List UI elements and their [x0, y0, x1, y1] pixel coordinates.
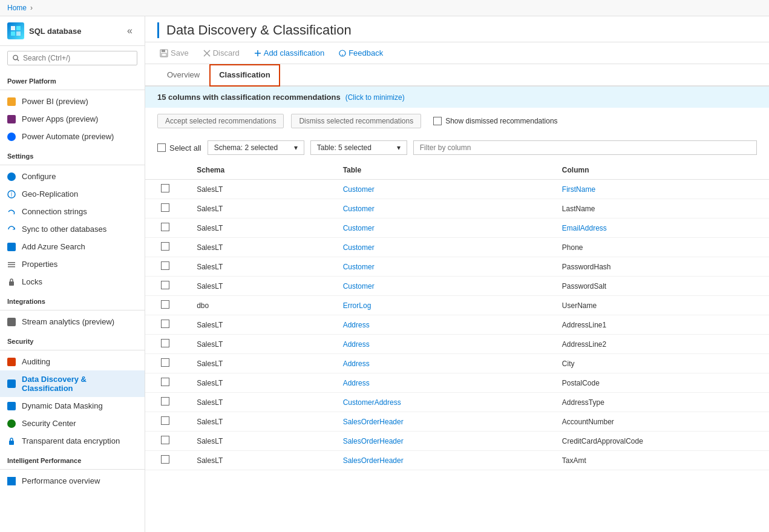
- cell-table[interactable]: Customer: [331, 180, 550, 199]
- sidebar-item-perf[interactable]: Performance overview: [0, 472, 145, 490]
- row-checkbox[interactable]: [161, 261, 169, 270]
- cell-table[interactable]: CustomerAddress: [331, 393, 550, 412]
- locks-icon: [7, 278, 16, 286]
- table-header-checkbox: [145, 161, 185, 180]
- cell-column: CreditCardApprovalCode: [550, 432, 769, 451]
- svg-rect-14: [162, 53, 166, 56]
- table-row: SalesLTCustomerEmailAddress: [145, 218, 769, 238]
- automate-icon: [7, 133, 16, 141]
- svg-rect-2: [11, 31, 15, 36]
- sidebar-label-geo: Geo-Replication: [22, 189, 78, 199]
- cell-schema: SalesLT: [185, 335, 330, 354]
- cell-column: PostalCode: [550, 373, 769, 393]
- sidebar-item-connection[interactable]: Connection strings: [0, 203, 145, 220]
- sidebar-item-configure[interactable]: Configure: [0, 168, 145, 185]
- sidebar-item-locks[interactable]: Locks: [0, 273, 145, 291]
- discovery-icon: [7, 379, 16, 388]
- minimize-link[interactable]: (Click to minimize): [345, 93, 405, 102]
- cell-table[interactable]: ErrorLog: [331, 296, 550, 315]
- sidebar-label-powerbi: Power BI (preview): [22, 97, 88, 106]
- cell-table[interactable]: SalesOrderHeader: [331, 432, 550, 451]
- column-filter-input[interactable]: [413, 140, 757, 155]
- sidebar-label-encryption: Transparent data encryption: [22, 436, 120, 445]
- row-checkbox[interactable]: [161, 358, 169, 367]
- sidebar-item-properties[interactable]: Properties: [0, 255, 145, 273]
- cell-table[interactable]: Customer: [331, 238, 550, 257]
- row-checkbox[interactable]: [161, 378, 169, 386]
- dismiss-recommendations-button[interactable]: Dismiss selected recommendations: [291, 114, 421, 128]
- cell-column: AddressLine2: [550, 335, 769, 354]
- tab-overview[interactable]: Overview: [157, 64, 209, 87]
- row-checkbox[interactable]: [161, 242, 169, 251]
- sidebar-item-powerbi[interactable]: Power BI (preview): [0, 93, 145, 110]
- sidebar-label-powerapps: Power Apps (preview): [22, 114, 98, 123]
- sidebar-collapse-button[interactable]: «: [122, 23, 137, 39]
- sidebar-item-azure[interactable]: Add Azure Search: [0, 238, 145, 255]
- row-checkbox[interactable]: [161, 320, 169, 328]
- sidebar-item-powerapps[interactable]: Power Apps (preview): [0, 110, 145, 128]
- cell-table[interactable]: Customer: [331, 199, 550, 218]
- tab-classification[interactable]: Classification: [209, 64, 280, 87]
- sidebar-item-automate[interactable]: Power Automate (preview): [0, 128, 145, 145]
- row-checkbox[interactable]: [161, 184, 169, 192]
- cell-table[interactable]: Customer: [331, 218, 550, 238]
- cell-table[interactable]: Customer: [331, 277, 550, 296]
- schema-chevron-icon: ▾: [294, 143, 298, 152]
- accept-recommendations-button[interactable]: Accept selected recommendations: [157, 114, 284, 128]
- table-filter-dropdown[interactable]: Table: 5 selected ▾: [310, 140, 407, 155]
- sidebar-item-stream[interactable]: Stream analytics (preview): [0, 313, 145, 330]
- section-settings: Settings: [0, 145, 145, 162]
- sidebar-label-discovery: Data Discovery & Classification: [22, 375, 137, 393]
- sidebar-label-automate: Power Automate (preview): [22, 132, 114, 141]
- search-box[interactable]: [7, 51, 137, 65]
- sidebar-item-geo[interactable]: Geo-Replication: [0, 185, 145, 203]
- row-checkbox[interactable]: [161, 300, 169, 309]
- search-input[interactable]: [23, 54, 132, 62]
- row-checkbox[interactable]: [161, 397, 169, 406]
- cell-column: AddressType: [550, 393, 769, 412]
- row-checkbox[interactable]: [161, 203, 169, 212]
- cell-table[interactable]: Address: [331, 315, 550, 335]
- cell-table[interactable]: SalesOrderHeader: [331, 451, 550, 470]
- row-checkbox[interactable]: [161, 455, 169, 464]
- cell-schema: SalesLT: [185, 432, 330, 451]
- add-classification-button[interactable]: Add classification: [252, 47, 327, 59]
- sidebar-item-sync[interactable]: Sync to other databases: [0, 220, 145, 238]
- sidebar-item-masking[interactable]: Dynamic Data Masking: [0, 397, 145, 415]
- select-all-checkbox[interactable]: [157, 143, 166, 152]
- sidebar-item-discovery[interactable]: Data Discovery & Classification: [0, 370, 145, 397]
- cell-schema: SalesLT: [185, 412, 330, 432]
- schema-filter-dropdown[interactable]: Schema: 2 selected ▾: [208, 140, 304, 155]
- recommendations-banner[interactable]: 15 columns with classification recommend…: [145, 87, 769, 108]
- cell-column[interactable]: EmailAddress: [550, 218, 769, 238]
- cell-schema: SalesLT: [185, 451, 330, 470]
- sidebar-item-auditing[interactable]: Auditing: [0, 353, 145, 370]
- svg-line-5: [18, 59, 19, 61]
- sidebar-item-security-center[interactable]: Security Center: [0, 415, 145, 432]
- sidebar-item-encryption[interactable]: Transparent data encryption: [0, 432, 145, 450]
- cell-table[interactable]: SalesOrderHeader: [331, 412, 550, 432]
- show-dismissed-label[interactable]: Show dismissed recommendations: [433, 117, 557, 125]
- table-header-column: Column: [550, 161, 769, 180]
- row-checkbox[interactable]: [161, 281, 169, 289]
- select-all-wrapper: Select all: [157, 143, 201, 153]
- main-content: Data Discovery & Classification Save Dis…: [145, 16, 769, 532]
- breadcrumb-home[interactable]: Home: [7, 4, 27, 12]
- row-checkbox[interactable]: [161, 416, 169, 425]
- cell-table[interactable]: Address: [331, 335, 550, 354]
- feedback-icon: [339, 50, 346, 57]
- save-button[interactable]: Save: [157, 47, 191, 59]
- discard-button[interactable]: Discard: [201, 47, 242, 59]
- schema-filter-value: Schema: 2 selected: [214, 143, 278, 152]
- row-checkbox[interactable]: [161, 436, 169, 444]
- section-intelligent-perf: Intelligent Performance: [0, 450, 145, 467]
- row-checkbox[interactable]: [161, 223, 169, 231]
- cell-table[interactable]: Customer: [331, 257, 550, 277]
- cell-table[interactable]: Address: [331, 373, 550, 393]
- show-dismissed-checkbox[interactable]: [433, 117, 442, 125]
- cell-column[interactable]: FirstName: [550, 180, 769, 199]
- feedback-button[interactable]: Feedback: [336, 47, 385, 59]
- row-checkbox[interactable]: [161, 339, 169, 347]
- classification-table: Schema Table Column SalesLTCustomerFirst…: [145, 161, 769, 470]
- cell-table[interactable]: Address: [331, 354, 550, 373]
